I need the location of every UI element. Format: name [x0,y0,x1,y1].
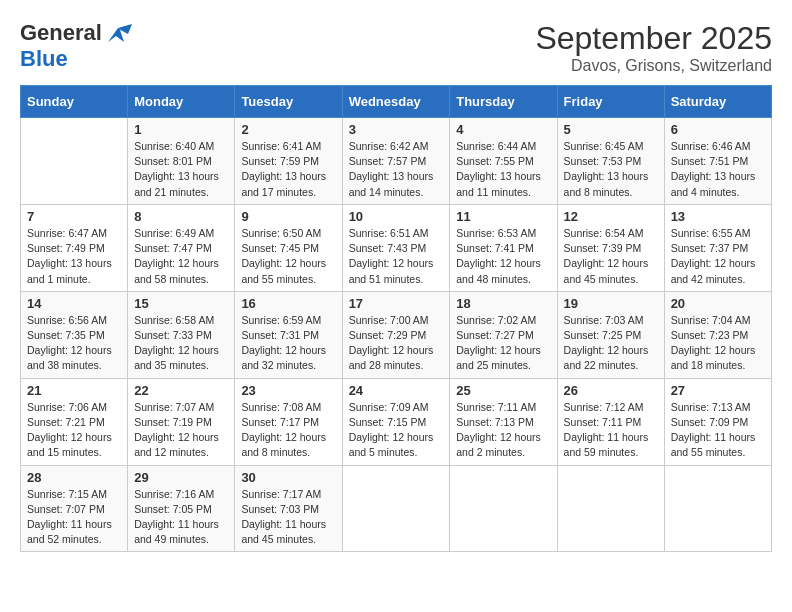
day-number: 19 [564,296,658,311]
day-number: 22 [134,383,228,398]
day-info: Sunrise: 7:06 AM Sunset: 7:21 PM Dayligh… [27,400,121,461]
calendar-week-row: 28Sunrise: 7:15 AM Sunset: 7:07 PM Dayli… [21,465,772,552]
day-number: 13 [671,209,765,224]
day-number: 5 [564,122,658,137]
day-number: 28 [27,470,121,485]
day-number: 21 [27,383,121,398]
day-info: Sunrise: 6:50 AM Sunset: 7:45 PM Dayligh… [241,226,335,287]
day-number: 29 [134,470,228,485]
calendar-table: SundayMondayTuesdayWednesdayThursdayFrid… [20,85,772,552]
calendar-cell: 2Sunrise: 6:41 AM Sunset: 7:59 PM Daylig… [235,118,342,205]
calendar-cell [664,465,771,552]
logo: General Blue [20,20,132,72]
day-info: Sunrise: 6:45 AM Sunset: 7:53 PM Dayligh… [564,139,658,200]
day-number: 16 [241,296,335,311]
calendar-cell: 12Sunrise: 6:54 AM Sunset: 7:39 PM Dayli… [557,204,664,291]
calendar-week-row: 1Sunrise: 6:40 AM Sunset: 8:01 PM Daylig… [21,118,772,205]
day-info: Sunrise: 7:03 AM Sunset: 7:25 PM Dayligh… [564,313,658,374]
calendar-cell: 8Sunrise: 6:49 AM Sunset: 7:47 PM Daylig… [128,204,235,291]
day-info: Sunrise: 7:12 AM Sunset: 7:11 PM Dayligh… [564,400,658,461]
calendar-cell: 5Sunrise: 6:45 AM Sunset: 7:53 PM Daylig… [557,118,664,205]
day-number: 8 [134,209,228,224]
day-number: 11 [456,209,550,224]
calendar-cell: 17Sunrise: 7:00 AM Sunset: 7:29 PM Dayli… [342,291,450,378]
calendar-cell [21,118,128,205]
calendar-cell [342,465,450,552]
calendar-cell: 18Sunrise: 7:02 AM Sunset: 7:27 PM Dayli… [450,291,557,378]
location: Davos, Grisons, Switzerland [535,57,772,75]
weekday-header-sunday: Sunday [21,86,128,118]
day-info: Sunrise: 6:59 AM Sunset: 7:31 PM Dayligh… [241,313,335,374]
day-number: 24 [349,383,444,398]
day-info: Sunrise: 6:54 AM Sunset: 7:39 PM Dayligh… [564,226,658,287]
day-info: Sunrise: 7:07 AM Sunset: 7:19 PM Dayligh… [134,400,228,461]
day-number: 30 [241,470,335,485]
calendar-cell: 26Sunrise: 7:12 AM Sunset: 7:11 PM Dayli… [557,378,664,465]
weekday-header-friday: Friday [557,86,664,118]
day-number: 12 [564,209,658,224]
weekday-header-monday: Monday [128,86,235,118]
logo-general: General [20,20,102,46]
calendar-cell: 20Sunrise: 7:04 AM Sunset: 7:23 PM Dayli… [664,291,771,378]
calendar-cell: 27Sunrise: 7:13 AM Sunset: 7:09 PM Dayli… [664,378,771,465]
weekday-header-tuesday: Tuesday [235,86,342,118]
day-info: Sunrise: 6:51 AM Sunset: 7:43 PM Dayligh… [349,226,444,287]
calendar-cell: 25Sunrise: 7:11 AM Sunset: 7:13 PM Dayli… [450,378,557,465]
calendar-cell: 21Sunrise: 7:06 AM Sunset: 7:21 PM Dayli… [21,378,128,465]
day-number: 3 [349,122,444,137]
weekday-header-wednesday: Wednesday [342,86,450,118]
day-info: Sunrise: 7:09 AM Sunset: 7:15 PM Dayligh… [349,400,444,461]
day-number: 14 [27,296,121,311]
page-header: General Blue September 2025 Davos, Griso… [20,20,772,75]
calendar-cell: 24Sunrise: 7:09 AM Sunset: 7:15 PM Dayli… [342,378,450,465]
calendar-cell: 19Sunrise: 7:03 AM Sunset: 7:25 PM Dayli… [557,291,664,378]
day-info: Sunrise: 6:55 AM Sunset: 7:37 PM Dayligh… [671,226,765,287]
calendar-week-row: 14Sunrise: 6:56 AM Sunset: 7:35 PM Dayli… [21,291,772,378]
calendar-cell [450,465,557,552]
day-info: Sunrise: 7:00 AM Sunset: 7:29 PM Dayligh… [349,313,444,374]
calendar-cell: 13Sunrise: 6:55 AM Sunset: 7:37 PM Dayli… [664,204,771,291]
day-number: 10 [349,209,444,224]
day-number: 6 [671,122,765,137]
logo-bird-icon [104,24,132,46]
calendar-cell: 1Sunrise: 6:40 AM Sunset: 8:01 PM Daylig… [128,118,235,205]
calendar-cell: 4Sunrise: 6:44 AM Sunset: 7:55 PM Daylig… [450,118,557,205]
weekday-header-saturday: Saturday [664,86,771,118]
day-number: 1 [134,122,228,137]
day-number: 9 [241,209,335,224]
day-info: Sunrise: 7:16 AM Sunset: 7:05 PM Dayligh… [134,487,228,548]
calendar-cell: 11Sunrise: 6:53 AM Sunset: 7:41 PM Dayli… [450,204,557,291]
day-info: Sunrise: 6:46 AM Sunset: 7:51 PM Dayligh… [671,139,765,200]
calendar-week-row: 7Sunrise: 6:47 AM Sunset: 7:49 PM Daylig… [21,204,772,291]
day-number: 23 [241,383,335,398]
day-info: Sunrise: 6:56 AM Sunset: 7:35 PM Dayligh… [27,313,121,374]
day-number: 27 [671,383,765,398]
day-number: 2 [241,122,335,137]
day-info: Sunrise: 6:42 AM Sunset: 7:57 PM Dayligh… [349,139,444,200]
calendar-cell: 23Sunrise: 7:08 AM Sunset: 7:17 PM Dayli… [235,378,342,465]
day-info: Sunrise: 7:02 AM Sunset: 7:27 PM Dayligh… [456,313,550,374]
weekday-header-thursday: Thursday [450,86,557,118]
calendar-cell: 15Sunrise: 6:58 AM Sunset: 7:33 PM Dayli… [128,291,235,378]
logo-blue: Blue [20,46,68,71]
day-number: 26 [564,383,658,398]
calendar-cell [557,465,664,552]
day-number: 15 [134,296,228,311]
day-info: Sunrise: 7:13 AM Sunset: 7:09 PM Dayligh… [671,400,765,461]
day-number: 25 [456,383,550,398]
calendar-cell: 14Sunrise: 6:56 AM Sunset: 7:35 PM Dayli… [21,291,128,378]
day-number: 17 [349,296,444,311]
calendar-cell: 6Sunrise: 6:46 AM Sunset: 7:51 PM Daylig… [664,118,771,205]
day-number: 18 [456,296,550,311]
calendar-cell: 10Sunrise: 6:51 AM Sunset: 7:43 PM Dayli… [342,204,450,291]
calendar-cell: 16Sunrise: 6:59 AM Sunset: 7:31 PM Dayli… [235,291,342,378]
calendar-cell: 3Sunrise: 6:42 AM Sunset: 7:57 PM Daylig… [342,118,450,205]
calendar-header-row: SundayMondayTuesdayWednesdayThursdayFrid… [21,86,772,118]
calendar-week-row: 21Sunrise: 7:06 AM Sunset: 7:21 PM Dayli… [21,378,772,465]
month-title: September 2025 [535,20,772,57]
day-info: Sunrise: 7:17 AM Sunset: 7:03 PM Dayligh… [241,487,335,548]
day-number: 7 [27,209,121,224]
calendar-cell: 22Sunrise: 7:07 AM Sunset: 7:19 PM Dayli… [128,378,235,465]
day-info: Sunrise: 6:47 AM Sunset: 7:49 PM Dayligh… [27,226,121,287]
day-info: Sunrise: 7:08 AM Sunset: 7:17 PM Dayligh… [241,400,335,461]
